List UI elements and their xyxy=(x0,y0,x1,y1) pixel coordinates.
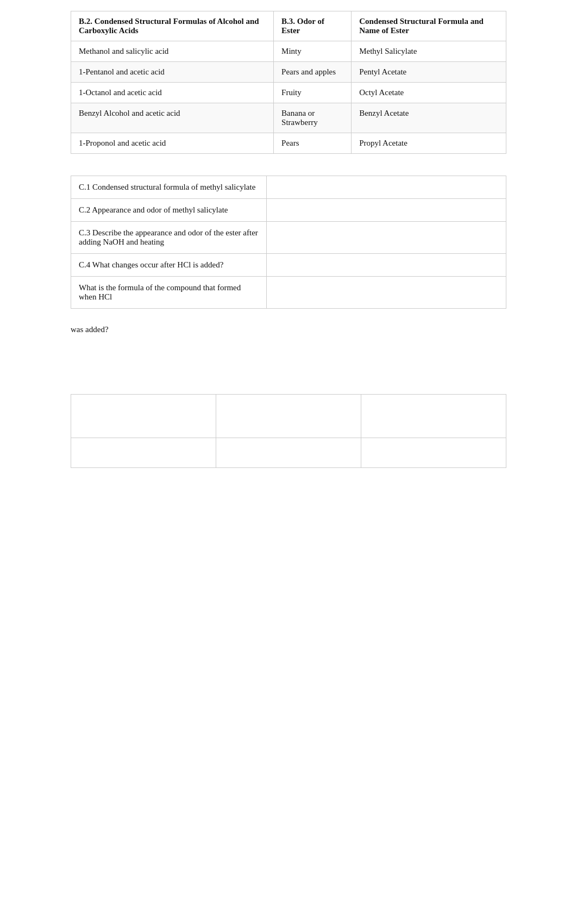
table-row: 1-Octanol and acetic acidFruityOctyl Ace… xyxy=(71,83,506,103)
bottom-cell-1-1[interactable] xyxy=(216,438,361,468)
b-row-4-col-1: Pears xyxy=(274,133,352,154)
table-row xyxy=(71,438,506,468)
b-row-3-col-2: Benzyl Acetate xyxy=(352,103,506,133)
section-c-table: C.1 Condensed structural formula of meth… xyxy=(71,176,506,309)
c-answer-1[interactable] xyxy=(267,199,506,222)
b-row-1-col-1: Pears and apples xyxy=(274,62,352,83)
col-header-b2: B.2. Condensed Structural Formulas of Al… xyxy=(71,11,274,41)
c-answer-0[interactable] xyxy=(267,176,506,199)
c-label-1: C.2 Appearance and odor of methyl salicy… xyxy=(71,199,267,222)
bottom-cell-1-2[interactable] xyxy=(361,438,506,468)
col-header-b3: B.3. Odor of Ester xyxy=(274,11,352,41)
table-row xyxy=(71,395,506,438)
col-header-ester: Condensed Structural Formula and Name of… xyxy=(352,11,506,41)
list-item: C.1 Condensed structural formula of meth… xyxy=(71,176,506,199)
b-row-1-col-0: 1-Pentanol and acetic acid xyxy=(71,62,274,83)
table-row: Methanol and salicylic acidMintyMethyl S… xyxy=(71,41,506,62)
table-row: Benzyl Alcohol and acetic acidBanana or … xyxy=(71,103,506,133)
bottom-cell-0-2[interactable] xyxy=(361,395,506,438)
b-row-4-col-0: 1-Proponol and acetic acid xyxy=(71,133,274,154)
c-label-3: C.4 What changes occur after HCl is adde… xyxy=(71,254,267,277)
bottom-table xyxy=(71,394,506,468)
c-label-4: What is the formula of the compound that… xyxy=(71,277,267,309)
c-answer-3[interactable] xyxy=(267,254,506,277)
section-c: C.1 Condensed structural formula of meth… xyxy=(71,176,506,309)
b-row-0-col-0: Methanol and salicylic acid xyxy=(71,41,274,62)
b-row-1-col-2: Pentyl Acetate xyxy=(352,62,506,83)
b-row-0-col-1: Minty xyxy=(274,41,352,62)
b-row-2-col-0: 1-Octanol and acetic acid xyxy=(71,83,274,103)
page: B.2. Condensed Structural Formulas of Al… xyxy=(0,0,577,501)
table-row: 1-Pentanol and acetic acidPears and appl… xyxy=(71,62,506,83)
list-item: C.4 What changes occur after HCl is adde… xyxy=(71,254,506,277)
b-row-3-col-1: Banana or Strawberry xyxy=(274,103,352,133)
table-row: 1-Proponol and acetic acidPearsPropyl Ac… xyxy=(71,133,506,154)
b-row-0-col-2: Methyl Salicylate xyxy=(352,41,506,62)
b-row-2-col-1: Fruity xyxy=(274,83,352,103)
c-label-2: C.3 Describe the appearance and odor of … xyxy=(71,222,267,254)
bottom-cell-1-0[interactable] xyxy=(71,438,216,468)
section-bottom xyxy=(71,394,506,468)
c-answer-4[interactable] xyxy=(267,277,506,309)
b-row-3-col-0: Benzyl Alcohol and acetic acid xyxy=(71,103,274,133)
bottom-cell-0-0[interactable] xyxy=(71,395,216,438)
c-label-0: C.1 Condensed structural formula of meth… xyxy=(71,176,267,199)
list-item: C.3 Describe the appearance and odor of … xyxy=(71,222,506,254)
overflow-text: was added? xyxy=(71,320,506,340)
bottom-cell-0-1[interactable] xyxy=(216,395,361,438)
list-item: What is the formula of the compound that… xyxy=(71,277,506,309)
b-row-2-col-2: Octyl Acetate xyxy=(352,83,506,103)
section-b: B.2. Condensed Structural Formulas of Al… xyxy=(71,11,506,154)
c-answer-2[interactable] xyxy=(267,222,506,254)
section-b-table: B.2. Condensed Structural Formulas of Al… xyxy=(71,11,506,154)
b-row-4-col-2: Propyl Acetate xyxy=(352,133,506,154)
list-item: C.2 Appearance and odor of methyl salicy… xyxy=(71,199,506,222)
